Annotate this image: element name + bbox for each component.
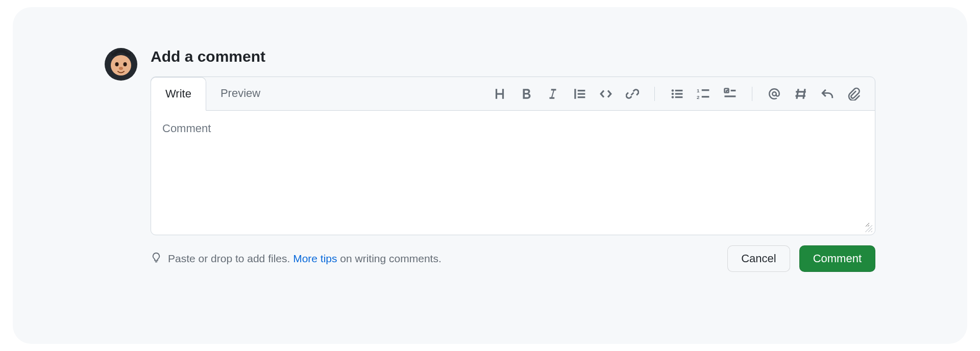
markdown-toolbar: 12 <box>493 87 870 101</box>
toolbar-separator <box>654 87 655 101</box>
svg-point-7 <box>672 96 674 98</box>
editor-body <box>151 111 875 235</box>
svg-rect-14 <box>702 96 709 97</box>
lightbulb-icon <box>151 252 162 266</box>
unordered-list-icon[interactable] <box>670 87 683 101</box>
page-title: Add a comment <box>151 48 875 65</box>
tips-text: Paste or drop to add files. More tips on… <box>168 253 442 265</box>
tab-preview[interactable]: Preview <box>206 77 275 110</box>
comment-button[interactable]: Comment <box>799 245 875 272</box>
mention-icon[interactable] <box>768 87 781 101</box>
tasklist-icon[interactable] <box>723 87 737 101</box>
svg-point-6 <box>672 92 674 95</box>
link-icon[interactable] <box>626 87 639 101</box>
heading-icon[interactable] <box>493 87 506 101</box>
reply-icon[interactable] <box>821 87 834 101</box>
code-icon[interactable] <box>599 87 612 101</box>
tips-prefix: Paste or drop to add files. <box>168 253 293 264</box>
svg-rect-13 <box>702 89 709 91</box>
tab-write-label: Write <box>165 87 191 101</box>
tab-bar: Write Preview <box>151 77 875 111</box>
svg-text:1: 1 <box>697 87 700 93</box>
bold-icon[interactable] <box>520 87 533 101</box>
svg-line-19 <box>797 89 798 99</box>
reference-icon[interactable] <box>794 87 807 101</box>
attach-icon[interactable] <box>847 87 861 101</box>
tips-suffix: on writing comments. <box>337 253 442 264</box>
tips-bar: Paste or drop to add files. More tips on… <box>151 252 442 266</box>
svg-line-20 <box>803 89 805 99</box>
svg-point-3 <box>124 62 127 66</box>
svg-rect-10 <box>675 96 683 97</box>
ordered-list-icon[interactable]: 12 <box>697 87 710 101</box>
avatar <box>105 48 137 81</box>
svg-rect-8 <box>675 89 683 91</box>
italic-icon[interactable] <box>546 87 559 101</box>
tab-preview-label: Preview <box>220 87 260 100</box>
cancel-button[interactable]: Cancel <box>727 245 790 272</box>
quote-icon[interactable] <box>573 87 586 101</box>
svg-point-2 <box>115 62 119 66</box>
comment-box: Write Preview <box>151 77 875 235</box>
svg-point-4 <box>119 67 123 70</box>
svg-text:2: 2 <box>697 94 700 99</box>
svg-point-5 <box>672 89 674 92</box>
tab-write[interactable]: Write <box>151 77 206 111</box>
svg-rect-9 <box>675 93 683 94</box>
comment-textarea[interactable] <box>156 116 870 227</box>
more-tips-link[interactable]: More tips <box>293 253 337 264</box>
toolbar-separator <box>752 87 752 101</box>
